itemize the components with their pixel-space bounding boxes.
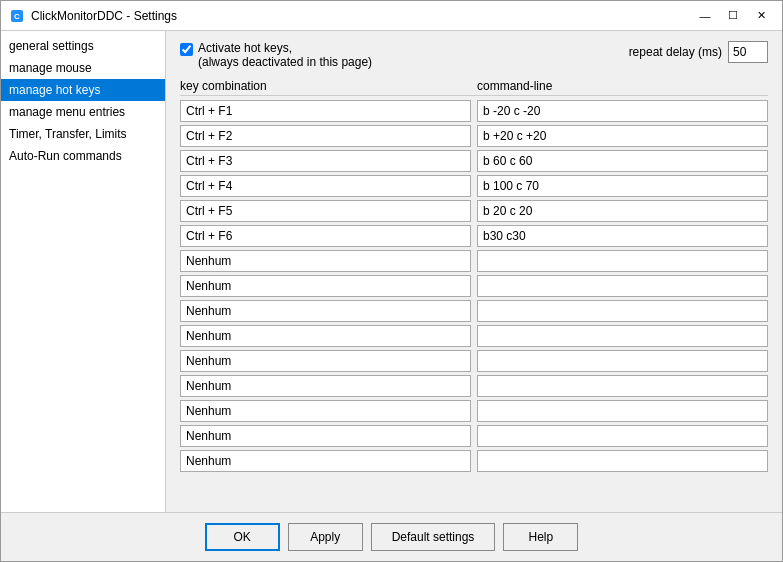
table-row [180, 325, 768, 347]
table-row [180, 125, 768, 147]
minimize-button[interactable]: — [692, 6, 718, 26]
close-button[interactable]: ✕ [748, 6, 774, 26]
key-combination-input-11[interactable] [180, 375, 471, 397]
command-line-input-13[interactable] [477, 425, 768, 447]
command-line-input-0[interactable] [477, 100, 768, 122]
command-line-input-3[interactable] [477, 175, 768, 197]
svg-text:C: C [14, 12, 20, 21]
table-row [180, 350, 768, 372]
repeat-delay-row: repeat delay (ms) [629, 41, 768, 63]
sidebar-item-manage-hot-keys[interactable]: manage hot keys [1, 79, 165, 101]
table-row [180, 100, 768, 122]
sidebar-item-manage-mouse[interactable]: manage mouse [1, 57, 165, 79]
table-row [180, 375, 768, 397]
activate-hotkeys-checkbox[interactable] [180, 43, 193, 56]
maximize-button[interactable]: ☐ [720, 6, 746, 26]
default-settings-button[interactable]: Default settings [371, 523, 496, 551]
table-row [180, 175, 768, 197]
ok-button[interactable]: OK [205, 523, 280, 551]
command-line-input-2[interactable] [477, 150, 768, 172]
table-row [180, 250, 768, 272]
sidebar: general settingsmanage mousemanage hot k… [1, 31, 166, 512]
app-icon: C [9, 8, 25, 24]
table-row [180, 300, 768, 322]
col-key-combination: key combination [180, 79, 471, 93]
command-line-input-5[interactable] [477, 225, 768, 247]
key-combination-input-9[interactable] [180, 325, 471, 347]
key-combination-input-10[interactable] [180, 350, 471, 372]
table-row [180, 150, 768, 172]
command-line-input-10[interactable] [477, 350, 768, 372]
command-line-input-9[interactable] [477, 325, 768, 347]
table-row [180, 400, 768, 422]
command-line-input-8[interactable] [477, 300, 768, 322]
sidebar-item-timer-transfer-limits[interactable]: Timer, Transfer, Limits [1, 123, 165, 145]
activate-hotkeys-checkbox-label[interactable]: Activate hot keys, (always deactivated i… [180, 41, 372, 69]
key-combination-input-4[interactable] [180, 200, 471, 222]
key-combination-input-14[interactable] [180, 450, 471, 472]
command-line-input-14[interactable] [477, 450, 768, 472]
table-row [180, 425, 768, 447]
repeat-delay-label: repeat delay (ms) [629, 45, 722, 59]
title-bar: C ClickMonitorDDC - Settings — ☐ ✕ [1, 1, 782, 31]
key-combination-input-8[interactable] [180, 300, 471, 322]
footer: OK Apply Default settings Help [1, 512, 782, 561]
activate-hotkeys-label: Activate hot keys, [198, 41, 372, 55]
content-area: general settingsmanage mousemanage hot k… [1, 31, 782, 512]
key-combination-input-12[interactable] [180, 400, 471, 422]
main-panel: Activate hot keys, (always deactivated i… [166, 31, 782, 512]
sidebar-item-manage-menu-entries[interactable]: manage menu entries [1, 101, 165, 123]
header-row: Activate hot keys, (always deactivated i… [180, 41, 768, 69]
window-title: ClickMonitorDDC - Settings [31, 9, 692, 23]
activate-hotkeys-sub: (always deactivated in this page) [198, 55, 372, 69]
sidebar-item-auto-run-commands[interactable]: Auto-Run commands [1, 145, 165, 167]
apply-button[interactable]: Apply [288, 523, 363, 551]
key-combination-input-0[interactable] [180, 100, 471, 122]
settings-window: C ClickMonitorDDC - Settings — ☐ ✕ gener… [0, 0, 783, 562]
key-combination-input-6[interactable] [180, 250, 471, 272]
key-combination-input-13[interactable] [180, 425, 471, 447]
key-combination-input-5[interactable] [180, 225, 471, 247]
command-line-input-12[interactable] [477, 400, 768, 422]
key-combination-input-1[interactable] [180, 125, 471, 147]
sidebar-item-general-settings[interactable]: general settings [1, 35, 165, 57]
table-row [180, 225, 768, 247]
command-line-input-11[interactable] [477, 375, 768, 397]
table-row [180, 200, 768, 222]
key-combination-input-7[interactable] [180, 275, 471, 297]
command-line-input-7[interactable] [477, 275, 768, 297]
command-line-input-1[interactable] [477, 125, 768, 147]
repeat-delay-input[interactable] [728, 41, 768, 63]
table-row [180, 275, 768, 297]
hotkeys-table-body [180, 100, 768, 502]
help-button[interactable]: Help [503, 523, 578, 551]
table-header: key combination command-line [180, 79, 768, 96]
key-combination-input-2[interactable] [180, 150, 471, 172]
command-line-input-6[interactable] [477, 250, 768, 272]
table-row [180, 450, 768, 472]
command-line-input-4[interactable] [477, 200, 768, 222]
key-combination-input-3[interactable] [180, 175, 471, 197]
window-controls: — ☐ ✕ [692, 6, 774, 26]
col-command-line: command-line [477, 79, 768, 93]
